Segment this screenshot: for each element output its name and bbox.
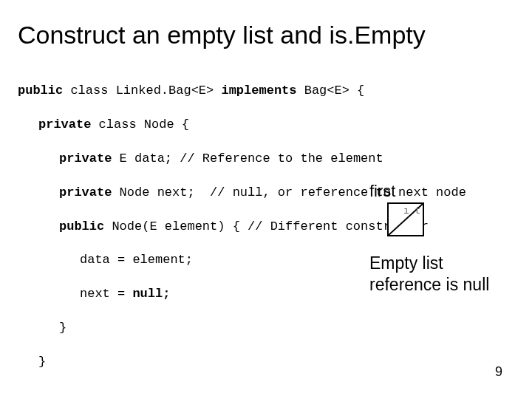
- caption-line: Empty list: [369, 253, 489, 274]
- code-text: class Node {: [91, 117, 189, 132]
- code-text: E data; // Reference to the element: [112, 151, 383, 166]
- code-text: }: [59, 321, 66, 335]
- first-label: first: [369, 182, 395, 200]
- code-text: data = element;: [80, 253, 193, 267]
- code-text: Bag<E> {: [297, 83, 365, 98]
- kw-public: public: [59, 219, 104, 233]
- obscured-text: ı t: [403, 205, 420, 216]
- code-text: }: [38, 355, 46, 369]
- kw-implements: implements: [221, 83, 296, 98]
- kw-public: public: [18, 83, 63, 98]
- slide: Construct an empty list and is.Empty pub…: [0, 0, 532, 399]
- code-text: next =: [80, 287, 132, 301]
- null-diagram: first: [365, 182, 491, 236]
- page-number: 9: [495, 364, 502, 380]
- slide-title: Construct an empty list and is.Empty: [18, 21, 514, 50]
- empty-list-caption: Empty list reference is null: [369, 253, 489, 296]
- kw-private: private: [59, 151, 112, 166]
- kw-private: private: [59, 185, 112, 200]
- code-text: class Linked.Bag<E>: [63, 83, 221, 98]
- kw-null: null;: [132, 287, 170, 301]
- kw-private: private: [38, 117, 91, 132]
- caption-line: reference is null: [369, 274, 489, 296]
